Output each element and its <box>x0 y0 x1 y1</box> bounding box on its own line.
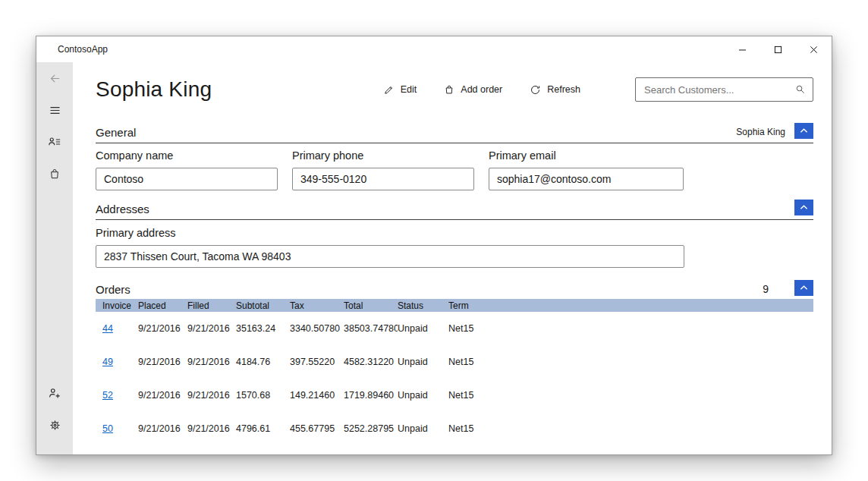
minimize-button[interactable] <box>725 36 760 62</box>
table-row[interactable]: 53 9/21/2016 9/21/2016 1520.64 144.46080… <box>96 445 813 454</box>
pencil-icon <box>383 84 395 96</box>
general-section-header: General Sophia King <box>96 123 813 143</box>
sidebar-item-orders[interactable] <box>36 158 73 190</box>
cell-term: Net15 <box>448 357 813 367</box>
search-input[interactable] <box>644 84 795 96</box>
add-order-button[interactable]: Add order <box>444 84 502 95</box>
column-header-subtotal: Subtotal <box>236 300 290 311</box>
nav-menu-button[interactable] <box>36 94 73 126</box>
window-controls <box>725 36 832 62</box>
edit-label: Edit <box>401 84 417 95</box>
cell-placed: 9/21/2016 <box>138 357 187 367</box>
addresses-section-header: Addresses <box>96 200 813 220</box>
cell-status: Unpaid <box>398 390 448 401</box>
maximize-button[interactable] <box>760 36 796 62</box>
cell-invoice: 44 <box>96 323 138 334</box>
cell-filled: 9/21/2016 <box>187 357 236 367</box>
app-title: ContosoApp <box>58 44 108 55</box>
company-name-label: Company name <box>96 149 278 162</box>
column-header-placed: Placed <box>138 300 187 311</box>
cell-filled: 9/21/2016 <box>187 323 236 334</box>
section-general: General Sophia King Company name Primar <box>96 105 813 190</box>
chevron-up-icon <box>799 126 809 136</box>
refresh-label: Refresh <box>547 84 580 95</box>
general-collapse-button[interactable] <box>794 123 813 139</box>
invoice-link[interactable]: 50 <box>102 423 113 434</box>
section-orders: Orders 9 Invoice Placed Filled Subtotal … <box>96 268 813 454</box>
window-body: Sophia King Edit <box>36 62 832 454</box>
chevron-up-icon <box>799 283 809 293</box>
addresses-collapse-button[interactable] <box>794 200 813 215</box>
chevron-up-icon <box>799 203 809 212</box>
add-customer-button[interactable] <box>36 377 73 409</box>
page-header: Sophia King Edit <box>96 74 813 105</box>
invoice-link[interactable]: 49 <box>102 357 113 367</box>
cell-tax: 3340.50780 <box>290 323 344 334</box>
bag-icon <box>49 168 61 180</box>
settings-button[interactable] <box>36 409 73 441</box>
table-row[interactable]: 49 9/21/2016 9/21/2016 4184.76 397.55220… <box>96 345 813 379</box>
primary-address-input[interactable] <box>96 245 684 268</box>
close-button[interactable] <box>796 36 832 62</box>
section-title: Orders <box>96 283 131 296</box>
primary-email-input[interactable] <box>489 168 684 190</box>
cell-term: Net15 <box>448 390 813 401</box>
primary-phone-label: Primary phone <box>292 149 474 162</box>
cell-subtotal: 35163.24 <box>236 323 290 334</box>
search-icon[interactable] <box>795 84 806 95</box>
back-button[interactable] <box>36 62 73 94</box>
field-company-name: Company name <box>96 149 278 190</box>
cell-total: 4582.31220 <box>344 357 398 367</box>
column-header-tax: Tax <box>290 300 344 311</box>
table-row[interactable]: 50 9/21/2016 9/21/2016 4796.61 455.67795… <box>96 412 813 445</box>
column-header-filled: Filled <box>187 300 236 311</box>
section-title: Addresses <box>96 203 149 215</box>
refresh-button[interactable]: Refresh <box>530 84 580 96</box>
search-box <box>635 77 813 102</box>
table-row[interactable]: 52 9/21/2016 9/21/2016 1570.68 149.21460… <box>96 379 813 412</box>
orders-count: 9 <box>763 283 769 296</box>
gear-icon <box>48 418 62 432</box>
refresh-icon <box>530 84 541 96</box>
maximize-icon <box>774 46 782 54</box>
section-title: General <box>96 126 136 139</box>
close-icon <box>810 46 818 54</box>
cell-status: Unpaid <box>398 357 448 367</box>
orders-rows: 44 9/21/2016 9/21/2016 35163.24 3340.507… <box>96 312 813 454</box>
bag-icon <box>444 84 454 95</box>
column-header-invoice: Invoice <box>96 300 138 311</box>
cell-invoice: 52 <box>96 390 138 401</box>
edit-button[interactable]: Edit <box>383 84 417 96</box>
orders-collapse-button[interactable] <box>794 280 813 296</box>
primary-address-label: Primary address <box>96 227 813 239</box>
cell-total: 38503.74780 <box>344 323 398 334</box>
invoice-link[interactable]: 44 <box>102 323 113 334</box>
cell-placed: 9/21/2016 <box>138 423 187 434</box>
sidebar-item-customers[interactable] <box>36 126 73 158</box>
primary-phone-input[interactable] <box>292 168 474 190</box>
field-primary-phone: Primary phone <box>292 149 474 190</box>
cell-total: 5252.28795 <box>344 423 398 434</box>
cell-tax: 149.21460 <box>290 390 344 401</box>
cell-subtotal: 1570.68 <box>236 390 290 401</box>
minimize-icon <box>738 46 747 54</box>
general-fields: Company name Primary phone Primary email <box>96 149 813 190</box>
cell-invoice: 49 <box>96 357 138 367</box>
orders-section-header: Orders 9 <box>96 280 813 299</box>
add-order-label: Add order <box>461 84 502 95</box>
title-bar: ContosoApp <box>36 36 832 62</box>
cell-placed: 9/21/2016 <box>138 390 187 401</box>
nav-rail <box>36 62 73 454</box>
column-header-status: Status <box>398 300 448 311</box>
invoice-link[interactable]: 52 <box>102 390 113 401</box>
primary-email-label: Primary email <box>489 149 684 162</box>
hamburger-icon <box>49 104 61 117</box>
customer-detail-page: Sophia King Edit <box>73 62 832 454</box>
cell-tax: 397.55220 <box>290 357 344 367</box>
field-primary-email: Primary email <box>489 149 684 190</box>
company-name-input[interactable] <box>96 168 278 190</box>
section-addresses: Addresses Primary address <box>96 190 813 268</box>
contact-list-icon <box>48 135 61 149</box>
table-row[interactable]: 44 9/21/2016 9/21/2016 35163.24 3340.507… <box>96 312 813 345</box>
cell-tax: 455.67795 <box>290 423 344 434</box>
